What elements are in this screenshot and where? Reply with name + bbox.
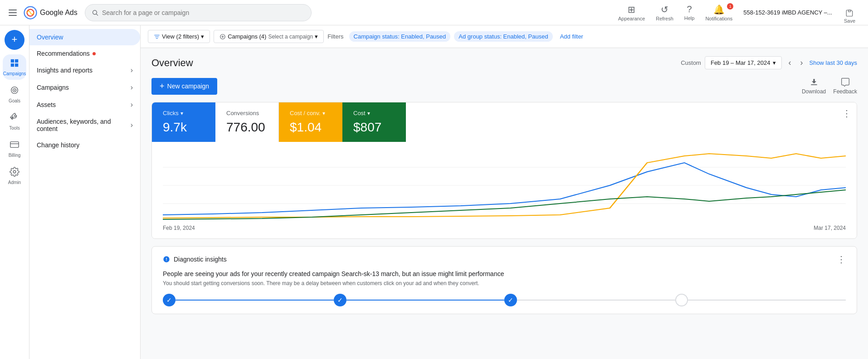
insights-chevron-icon: › [131,66,133,74]
metric-cost-per-conv: Cost / conv. ▾ $1.04 [279,102,342,142]
filter-icon [154,34,160,40]
app-title: Google Ads [40,9,78,17]
step-3-circle: ✓ [504,294,517,306]
chart-svg [163,149,846,222]
search-bar[interactable] [85,4,312,21]
notification-badge: 1 [727,3,733,10]
more-options-button[interactable]: ⋮ [842,108,851,119]
audiences-nav-label: Audiences, keywords, and content [37,118,131,132]
step-1-circle: ✓ [163,294,176,306]
metric-spacer [406,102,857,142]
campaigns-sidebar-label: Campaigns [3,71,26,76]
recommendations-nav-label: Recommendations [37,50,90,57]
step-2-circle: ✓ [334,294,346,306]
diagnostic-more-options[interactable]: ⋮ [837,254,846,265]
help-button[interactable]: ? Help [680,2,699,23]
filters-label: Filters [327,33,343,40]
account-name: 558-152-3619 iMBD AGENCY –... [743,9,832,16]
date-next-arrow[interactable]: › [797,55,805,70]
leftnav-item-change-history[interactable]: Change history [29,137,140,153]
help-label: Help [684,15,695,21]
sidebar-item-admin[interactable]: Admin [3,163,26,189]
change-history-nav-label: Change history [37,141,79,149]
diagnostic-title: Diagnostic insights [163,256,227,263]
appearance-icon: ⊞ [628,4,635,15]
refresh-icon: ↺ [661,4,668,15]
chart-actions: Download Feedback [802,78,857,95]
svg-rect-4 [848,10,851,12]
leftnav-item-audiences[interactable]: Audiences, keywords, and content › [29,113,140,137]
leftnav-item-campaigns[interactable]: Campaigns › [29,79,140,96]
leftnav-item-insights[interactable]: Insights and reports › [29,62,140,79]
cost-label: Cost ▾ [353,110,395,116]
clicks-dropdown-icon[interactable]: ▾ [180,110,183,116]
left-navigation: Overview Recommendations Insights and re… [29,25,141,359]
metrics-row: Clicks ▾ 9.7k Conversions 776.00 Cost [152,102,857,142]
step-4-line [688,300,846,301]
metric-clicks: Clicks ▾ 9.7k [152,102,215,142]
sidebar-item-goals[interactable]: Goals [3,82,26,107]
feedback-button[interactable]: Feedback [833,78,857,95]
campaigns-filter-button[interactable]: Campaigns (4) Select a campaign ▾ [214,30,324,43]
cost-dropdown-icon[interactable]: ▾ [367,110,370,116]
svg-rect-12 [811,84,817,85]
save-button[interactable]: Save [840,7,859,25]
search-input[interactable] [102,9,305,16]
feedback-icon [841,78,850,87]
svg-line-3 [96,14,98,15]
svg-point-7 [14,90,15,91]
clicks-value: 9.7k [163,120,205,135]
feedback-label: Feedback [833,88,857,95]
step-3: ✓ [504,294,675,306]
diagnostic-title-text: Diagnostic insights [174,256,227,263]
step-4 [675,294,846,306]
campaigns-nav-icon [10,58,20,70]
step-2: ✓ [334,294,505,306]
assets-nav-label: Assets [37,101,56,108]
billing-sidebar-label: Billing [9,153,21,158]
sidebar-item-create[interactable]: + [5,30,24,50]
sidebar-item-billing[interactable]: Billing [3,136,26,161]
progress-steps: ✓ ✓ ✓ [163,294,846,306]
admin-icon [10,167,20,179]
new-campaign-plus-icon: + [160,82,165,91]
new-campaign-label: New campaign [167,82,210,90]
cost-per-conv-label: Cost / conv. ▾ [290,110,332,116]
adgroup-status-label: Ad group status: Enabled, Paused [458,33,548,40]
account-selector[interactable]: 558-152-3619 iMBD AGENCY –... [739,7,837,18]
diagnostic-message: People are seeing your ads for your rece… [163,270,846,277]
leftnav-item-assets[interactable]: Assets › [29,96,140,113]
leftnav-item-recommendations[interactable]: Recommendations [29,45,140,62]
google-ads-logo-icon [24,6,37,19]
conversions-value: 776.00 [226,120,268,135]
appearance-button[interactable]: ⊞ Appearance [614,2,649,23]
diagnostic-icon [163,256,170,263]
date-range-picker[interactable]: Feb 19 – Mar 17, 2024 ▾ [705,56,782,69]
sidebar-item-campaigns[interactable]: Campaigns [3,54,26,80]
date-type-label: Custom [681,59,701,66]
actions-row: + New campaign Download Feedback [151,78,857,95]
adgroup-status-filter[interactable]: Ad group status: Enabled, Paused [454,31,552,42]
diagnostic-header: Diagnostic insights ⋮ [163,254,846,265]
view-filters-button[interactable]: View (2 filters) ▾ [148,30,210,43]
clicks-chart-line [163,163,846,215]
add-filter-button[interactable]: Add filter [556,31,587,42]
date-prev-arrow[interactable]: ‹ [785,55,794,70]
download-button[interactable]: Download [802,78,826,95]
new-campaign-button[interactable]: + New campaign [151,78,217,95]
assets-chevron-icon: › [131,101,133,109]
step-1-line [176,300,334,301]
refresh-label: Refresh [656,16,673,21]
refresh-button[interactable]: ↺ Refresh [651,2,678,23]
campaign-status-filter[interactable]: Campaign status: Enabled, Paused [349,31,451,42]
notifications-button[interactable]: 🔔 Notifications 1 [701,2,737,23]
sidebar-item-tools[interactable]: Tools [3,109,26,134]
hamburger-menu[interactable] [5,5,20,20]
cost-per-conv-dropdown-icon[interactable]: ▾ [322,110,325,116]
date-navigation: Custom Feb 19 – Mar 17, 2024 ▾ ‹ › Show … [681,55,857,70]
date-range-dropdown-icon: ▾ [773,59,776,66]
leftnav-item-overview[interactable]: Overview [29,29,140,45]
show-last-30-days-button[interactable]: Show last 30 days [809,59,857,66]
step-1: ✓ [163,294,334,306]
filters-bar: View (2 filters) ▾ Campaigns (4) Select … [141,25,868,48]
